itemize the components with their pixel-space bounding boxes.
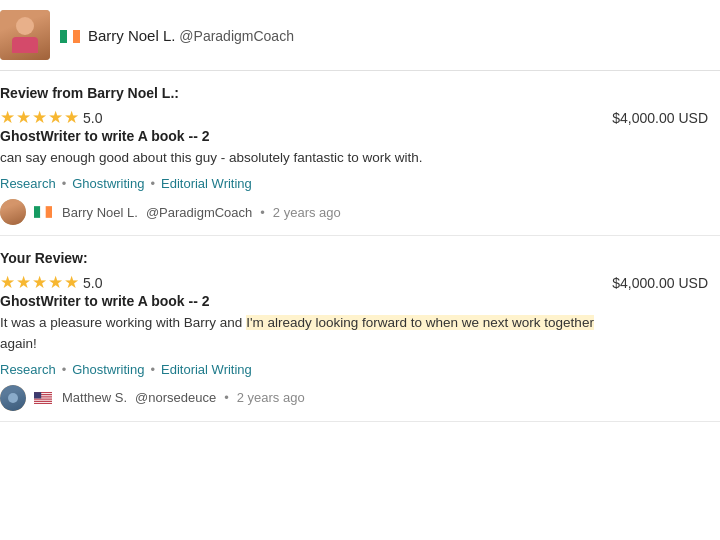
star-1: ★ <box>0 107 15 128</box>
avatar-head <box>16 17 34 35</box>
reviewer-matthew-dot: • <box>224 390 229 405</box>
svg-rect-13 <box>34 392 41 398</box>
reviewer-matthew-avatar-face <box>8 393 18 403</box>
your-star-3: ★ <box>32 272 47 293</box>
star-4: ★ <box>48 107 63 128</box>
reviewer-matthew-time: 2 years ago <box>237 390 305 405</box>
your-review-header: Your Review: <box>0 250 708 266</box>
profile-flag <box>60 28 88 44</box>
avatar-body <box>12 37 38 53</box>
your-star-1: ★ <box>0 272 15 293</box>
your-review-job-title[interactable]: GhostWriter to write A book -- 2 <box>0 293 708 309</box>
your-review-amount: $4,000.00 USD <box>612 275 708 291</box>
review-from-reviewer-row: Barry Noel L. @ParadigmCoach • 2 years a… <box>0 199 708 225</box>
your-review-text: It was a pleasure working with Barry and… <box>0 313 708 354</box>
reviewer-barry-time: 2 years ago <box>273 205 341 220</box>
your-review-rating-row: ★ ★ ★ ★ ★ 5.0 $4,000.00 USD <box>0 272 708 293</box>
review-from-text: can say enough good about this guy - abs… <box>0 148 708 168</box>
review-from-stars: ★ ★ ★ ★ ★ <box>0 107 79 128</box>
your-star-5: ★ <box>64 272 79 293</box>
profile-header: Barry Noel L. @ParadigmCoach <box>0 0 720 71</box>
reviewer-barry-avatar-img <box>0 199 26 225</box>
your-review-stars: ★ ★ ★ ★ ★ <box>0 272 79 293</box>
tag-research-2[interactable]: Research <box>0 362 56 377</box>
review-from-section: Review from Barry Noel L.: ★ ★ ★ ★ ★ 5.0… <box>0 71 720 236</box>
star-2: ★ <box>16 107 31 128</box>
your-review-section: Your Review: ★ ★ ★ ★ ★ 5.0 $4,000.00 USD… <box>0 236 720 422</box>
reviewer-matthew-name[interactable]: Matthew S. <box>62 390 127 405</box>
your-review-text-part1: was a pleasure working with Barry and <box>11 315 246 330</box>
your-star-4: ★ <box>48 272 63 293</box>
tag-dot-4: • <box>150 362 155 377</box>
tag-editorial-1[interactable]: Editorial Writing <box>161 176 252 191</box>
svg-rect-2 <box>73 30 80 43</box>
svg-rect-0 <box>60 30 67 43</box>
review-from-amount: $4,000.00 USD <box>612 110 708 126</box>
review-from-header: Review from Barry Noel L.: <box>0 85 708 101</box>
page-container: Barry Noel L. @ParadigmCoach Review from… <box>0 0 720 422</box>
svg-rect-5 <box>46 206 52 218</box>
tag-dot-1: • <box>62 176 67 191</box>
svg-rect-10 <box>34 398 52 399</box>
profile-handle: @ParadigmCoach <box>179 28 294 44</box>
reviewer-barry-avatar <box>0 199 26 225</box>
review-from-stars-score: ★ ★ ★ ★ ★ 5.0 <box>0 107 102 128</box>
reviewer-barry-dot: • <box>260 205 265 220</box>
review-from-job-title[interactable]: GhostWriter to write A book -- 2 <box>0 128 708 144</box>
your-review-stars-score: ★ ★ ★ ★ ★ 5.0 <box>0 272 102 293</box>
review-from-tags: Research • Ghostwriting • Editorial Writ… <box>0 176 708 191</box>
your-review-score: 5.0 <box>83 275 102 291</box>
svg-rect-4 <box>40 206 45 218</box>
profile-name[interactable]: Barry Noel L. <box>88 27 176 44</box>
review-from-score: 5.0 <box>83 110 102 126</box>
svg-rect-1 <box>67 30 73 43</box>
avatar-person <box>12 17 38 53</box>
your-review-tags: Research • Ghostwriting • Editorial Writ… <box>0 362 708 377</box>
profile-avatar <box>0 10 50 60</box>
tag-ghostwriting-1[interactable]: Ghostwriting <box>72 176 144 191</box>
tag-ghostwriting-2[interactable]: Ghostwriting <box>72 362 144 377</box>
review-from-text-prefix: c <box>0 150 7 165</box>
tag-dot-3: • <box>62 362 67 377</box>
reviewer-matthew-avatar <box>0 385 26 411</box>
avatar-image <box>0 10 50 60</box>
barry-flag-icon <box>34 206 52 218</box>
reviewer-barry-name[interactable]: Barry Noel L. <box>62 205 138 220</box>
your-star-2: ★ <box>16 272 31 293</box>
tag-dot-2: • <box>150 176 155 191</box>
reviewer-matthew-handle: @norsedeuce <box>135 390 216 405</box>
svg-rect-12 <box>34 402 52 403</box>
reviewer-matthew-avatar-img <box>0 385 26 411</box>
star-3: ★ <box>32 107 47 128</box>
profile-info: Barry Noel L. @ParadigmCoach <box>60 27 294 44</box>
your-review-text-highlighted2: we next work together <box>462 315 594 330</box>
svg-rect-3 <box>34 206 40 218</box>
your-review-container: Your Review: ★ ★ ★ ★ ★ 5.0 $4,000.00 USD… <box>0 250 720 411</box>
svg-rect-11 <box>34 400 52 401</box>
star-5: ★ <box>64 107 79 128</box>
ireland-flag-icon <box>60 30 80 43</box>
tag-research-1[interactable]: Research <box>0 176 56 191</box>
your-review-reviewer-row: Matthew S. @norsedeuce • 2 years ago <box>0 385 708 411</box>
matthew-flag-icon <box>34 392 52 404</box>
tag-editorial-2[interactable]: Editorial Writing <box>161 362 252 377</box>
your-review-text-prefix: It <box>0 315 11 330</box>
your-review-text-highlighted1: I'm already looking forward to when <box>246 315 462 330</box>
your-review-text-end: again! <box>0 336 37 351</box>
review-from-rating-row: ★ ★ ★ ★ ★ 5.0 $4,000.00 USD <box>0 107 708 128</box>
review-from-container: Review from Barry Noel L.: ★ ★ ★ ★ ★ 5.0… <box>0 85 720 225</box>
review-from-text-content: an say enough good about this guy - abso… <box>7 150 423 165</box>
reviewer-barry-handle: @ParadigmCoach <box>146 205 252 220</box>
